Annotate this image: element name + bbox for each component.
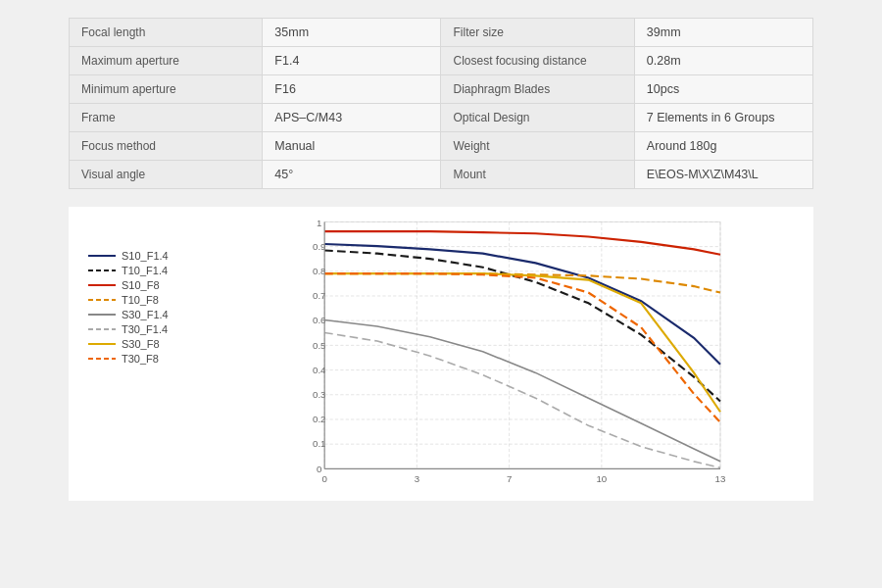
svg-text:1: 1 <box>317 218 321 228</box>
svg-text:0.1: 0.1 <box>313 438 325 449</box>
legend: S10_F1.4T10_F1.4S10_F8T10_F8S30_F1.4T30_… <box>88 250 169 365</box>
svg-text:0.3: 0.3 <box>313 389 325 400</box>
spec-label: Minimum aperture <box>70 75 263 104</box>
svg-text:0.8: 0.8 <box>313 266 325 276</box>
spec-label: Maximum aperture <box>70 47 263 75</box>
spec-value: 7 Elements in 6 Groups <box>634 104 812 132</box>
svg-text:0.9: 0.9 <box>313 241 325 252</box>
svg-text:0: 0 <box>321 473 327 484</box>
page-container: Focal length35mmFilter size39mmMaximum a… <box>0 0 882 588</box>
mtf-svg: 0 0.1 0.2 0.3 0.4 0.5 0.6 0.7 0.8 0.9 1 … <box>225 217 804 491</box>
spec-value: Around 180g <box>634 132 812 161</box>
legend-item: S10_F8 <box>88 279 169 291</box>
spec-label: Weight <box>441 132 634 161</box>
legend-item: S30_F1.4 <box>88 309 169 320</box>
svg-text:0.7: 0.7 <box>313 290 325 301</box>
spec-label: Mount <box>441 161 634 189</box>
legend-item: S10_F1.4 <box>88 250 169 262</box>
spec-value: APS–C/M43 <box>263 104 441 132</box>
spec-value: F16 <box>263 75 441 104</box>
spec-value: F1.4 <box>263 47 441 75</box>
legend-label: S10_F8 <box>122 279 160 291</box>
legend-line <box>88 284 116 286</box>
spec-label: Closest focusing distance <box>441 47 634 75</box>
legend-line <box>88 299 116 301</box>
legend-line <box>88 328 116 330</box>
spec-label: Visual angle <box>70 161 263 189</box>
legend-label: T30_F1.4 <box>122 323 168 335</box>
svg-text:0: 0 <box>317 464 322 474</box>
svg-text:10: 10 <box>596 473 607 484</box>
spec-value: Manual <box>263 132 441 161</box>
svg-text:0.5: 0.5 <box>313 340 325 351</box>
spec-value: 10pcs <box>634 75 812 104</box>
specs-table: Focal length35mmFilter size39mmMaximum a… <box>69 18 813 189</box>
spec-label: Optical Design <box>441 104 634 132</box>
legend-label: S30_F8 <box>122 338 160 350</box>
svg-text:13: 13 <box>715 473 726 484</box>
spec-label: Focus method <box>70 132 263 161</box>
legend-line <box>88 343 116 345</box>
legend-item: T10_F1.4 <box>88 265 169 276</box>
legend-line <box>88 314 116 316</box>
spec-label: Filter size <box>441 19 634 47</box>
legend-line <box>88 270 116 271</box>
spec-value: 39mm <box>634 19 812 47</box>
legend-line <box>88 255 116 257</box>
svg-text:0.6: 0.6 <box>313 315 325 325</box>
svg-text:3: 3 <box>415 473 419 484</box>
spec-label: Focal length <box>70 19 263 47</box>
spec-label: Frame <box>70 104 263 132</box>
spec-label: Diaphragm Blades <box>441 75 634 104</box>
legend-item: T10_F8 <box>88 294 169 306</box>
legend-item: S30_F8 <box>88 338 169 350</box>
legend-label: T10_F1.4 <box>122 265 168 276</box>
spec-value: 35mm <box>263 19 441 47</box>
mtf-chart: 0 0.1 0.2 0.3 0.4 0.5 0.6 0.7 0.8 0.9 1 … <box>225 217 804 491</box>
spec-value: 45° <box>263 161 441 189</box>
legend-label: S10_F1.4 <box>122 250 169 262</box>
svg-text:0.2: 0.2 <box>313 414 325 424</box>
legend-label: T30_F8 <box>122 353 159 365</box>
spec-value: 0.28m <box>634 47 812 75</box>
legend-item: T30_F1.4 <box>88 323 169 335</box>
legend-label: T10_F8 <box>122 294 159 306</box>
legend-line <box>88 358 116 360</box>
mtf-left: S10_F1.4T10_F1.4S10_F8T10_F8S30_F1.4T30_… <box>69 217 225 365</box>
legend-item: T30_F8 <box>88 353 169 365</box>
spec-value: E\EOS-M\X\Z\M43\L <box>634 161 812 189</box>
mtf-section: S10_F1.4T10_F1.4S10_F8T10_F8S30_F1.4T30_… <box>69 207 813 501</box>
svg-text:7: 7 <box>507 473 512 484</box>
legend-label: S30_F1.4 <box>122 309 169 320</box>
